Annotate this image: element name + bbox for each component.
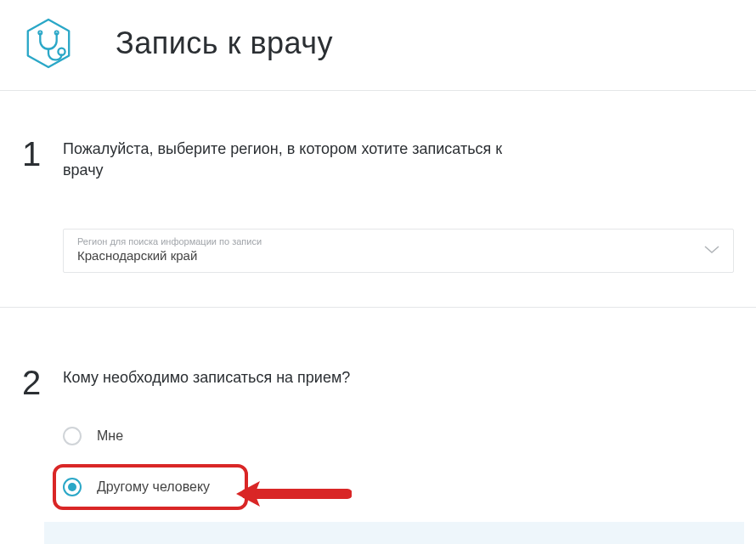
page-header: Запись к врачу xyxy=(0,0,756,91)
region-select[interactable]: Регион для поиска информации по записи К… xyxy=(63,229,734,273)
step-number: 2 xyxy=(22,367,53,398)
step-body: Пожалуйста, выберите регион, в котором х… xyxy=(63,139,734,273)
region-select-value: Краснодарский край xyxy=(77,248,197,263)
stethoscope-icon xyxy=(22,17,75,70)
step-2: 2 Кому необходимо записаться на прием? М… xyxy=(0,308,756,543)
radio-icon xyxy=(63,427,82,445)
radio-icon xyxy=(63,478,82,496)
step-1-label: Пожалуйста, выберите регион, в котором х… xyxy=(63,139,539,181)
info-strip xyxy=(44,522,744,544)
step-2-label: Кому необходимо записаться на прием? xyxy=(63,367,539,388)
svg-marker-0 xyxy=(28,20,69,67)
recipient-radio-group: Мне Другому человеку xyxy=(63,427,734,510)
step-number: 1 xyxy=(22,139,53,169)
radio-label: Другому человеку xyxy=(97,479,210,495)
region-select-label: Регион для поиска информации по записи xyxy=(77,236,704,246)
radio-option-other[interactable]: Другому человеку xyxy=(53,464,248,510)
step-body: Кому необходимо записаться на прием? Мне… xyxy=(63,367,734,509)
step-1: 1 Пожалуйста, выберите регион, в котором… xyxy=(0,91,756,308)
radio-label: Мне xyxy=(97,428,123,444)
radio-option-me[interactable]: Мне xyxy=(63,427,734,445)
chevron-down-icon xyxy=(704,242,719,258)
page-title: Запись к врачу xyxy=(116,26,333,61)
